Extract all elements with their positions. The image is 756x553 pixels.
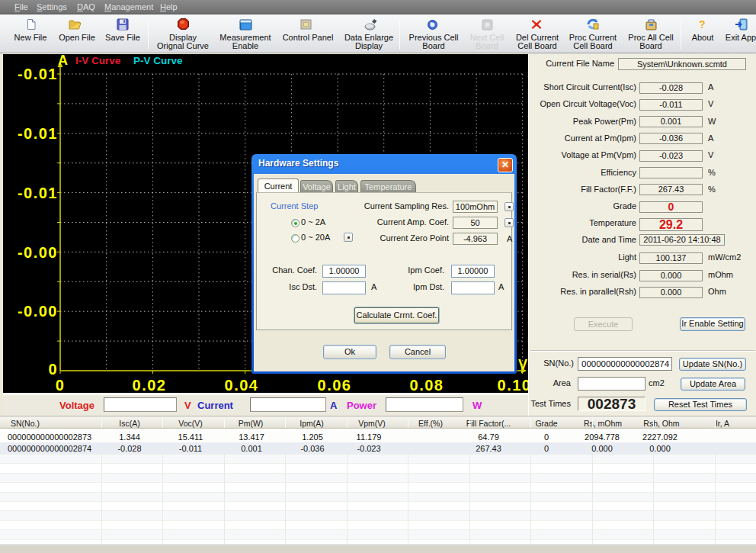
svg-text:?: ? <box>699 19 706 31</box>
